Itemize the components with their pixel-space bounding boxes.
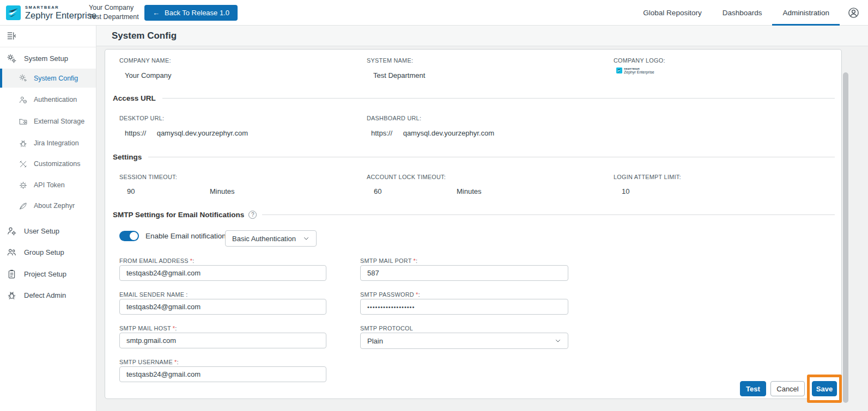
sidebar-label: System Config <box>34 75 78 82</box>
mini-logo-product: Zephyr Enterprise <box>624 70 654 74</box>
sidebar-item-external-storage[interactable]: External Storage <box>0 112 96 131</box>
email-sender-name-input[interactable] <box>119 299 326 315</box>
save-button-highlight: Save <box>807 375 842 403</box>
sidebar-label: Group Setup <box>24 248 64 256</box>
login-attempt-limit-label: LOGIN ATTEMPT LIMIT: <box>614 174 681 180</box>
desktop-url-host: qamysql.dev.yourzephyr.com <box>157 129 248 137</box>
smtp-password-input[interactable] <box>360 299 568 315</box>
nav-administration[interactable]: Administration <box>772 0 840 26</box>
external-storage-icon <box>19 117 28 126</box>
mini-zephyr-logo-icon <box>616 68 622 73</box>
system-setup-icon <box>7 53 17 64</box>
back-button-label: Back To Release 1.0 <box>165 9 229 17</box>
smtp-protocol-label: SMTP PROTOCOL <box>360 325 413 332</box>
api-token-icon <box>19 181 28 190</box>
sidebar-item-about-zephyr[interactable]: About Zephyr <box>0 197 96 215</box>
collapse-sidebar-icon[interactable] <box>6 30 17 41</box>
sidebar-item-api-token[interactable]: API Token <box>0 176 96 194</box>
sidebar-label: User Setup <box>24 227 59 235</box>
sidebar-item-authentication[interactable]: Authentication <box>0 90 96 109</box>
company-context: Your Company Test Department <box>89 3 139 22</box>
nav-dashboards[interactable]: Dashboards <box>712 0 773 26</box>
save-button[interactable]: Save <box>812 381 837 396</box>
smtp-mail-host-input[interactable] <box>119 333 326 348</box>
sidebar-label: Customizations <box>34 160 80 168</box>
top-header: SMARTBEAR Zephyr Enterprise Your Company… <box>0 0 868 26</box>
system-name-value: Test Department <box>373 71 425 79</box>
settings-section-header: Settings <box>113 153 835 161</box>
system-config-icon <box>19 73 28 83</box>
from-email-label: FROM EMAIL ADDRESS*: <box>119 257 195 264</box>
desktop-url-scheme: https:// <box>125 129 146 137</box>
sidebar-collapse-row <box>0 26 96 47</box>
enable-email-label: Enable Email notification <box>145 232 226 240</box>
smtp-protocol-value: Plain <box>367 337 383 345</box>
sidebar-label: External Storage <box>34 118 84 125</box>
authentication-icon <box>19 95 28 105</box>
group-icon <box>7 247 17 257</box>
user-profile-icon[interactable] <box>847 7 860 19</box>
smtp-username-label: SMTP USERNAME*: <box>119 359 179 365</box>
sidebar-label: Authentication <box>34 96 77 103</box>
enable-email-toggle[interactable] <box>119 231 139 241</box>
test-button[interactable]: Test <box>740 381 766 396</box>
smtp-section-header: SMTP Settings for Email Notifications ? <box>113 211 835 219</box>
dashboard-url-scheme: https:// <box>371 129 392 137</box>
nav-global-repository[interactable]: Global Repository <box>633 0 712 26</box>
back-to-release-button[interactable]: ← Back To Release 1.0 <box>144 5 238 21</box>
sidebar-label: Jira Integration <box>34 139 79 147</box>
sidebar-item-system-config[interactable]: System Config <box>0 69 96 88</box>
smtp-protocol-dropdown[interactable]: Plain <box>360 333 568 349</box>
sidebar-item-project-setup[interactable]: Project Setup <box>0 265 96 283</box>
bug-icon <box>19 139 28 148</box>
help-icon[interactable]: ? <box>248 211 257 219</box>
chevron-down-icon <box>303 235 309 242</box>
page-title-bar: System Config <box>96 26 868 46</box>
smtp-section-title: SMTP Settings for Email Notifications <box>113 211 244 219</box>
vertical-scrollbar[interactable] <box>843 72 848 403</box>
brand-text: SMARTBEAR Zephyr Enterprise <box>25 5 96 21</box>
toggle-knob <box>130 232 138 240</box>
top-navigation: Global Repository Dashboards Administrat… <box>633 0 840 26</box>
defect-bug-icon <box>7 290 17 300</box>
sidebar-item-user-setup[interactable]: User Setup <box>0 222 96 240</box>
desktop-url-label: DESKTOP URL: <box>119 115 164 121</box>
sidebar-item-system-setup[interactable]: System Setup <box>0 49 96 68</box>
company-logo-label: COMPANY LOGO: <box>614 57 665 64</box>
auth-method-dropdown[interactable]: Basic Authentication <box>225 230 317 247</box>
smtp-mail-port-input[interactable] <box>360 265 568 281</box>
system-config-card: COMPANY NAME: Your Company SYSTEM NAME: … <box>105 49 842 399</box>
chevron-down-icon <box>555 338 561 344</box>
customizations-icon <box>19 160 28 169</box>
company-name-value: Your Company <box>125 71 172 79</box>
system-name-label: SYSTEM NAME: <box>367 57 413 64</box>
email-sender-name-label: EMAIL SENDER NAME: <box>119 291 188 298</box>
smtp-mail-host-label: SMTP MAIL HOST*: <box>119 325 177 332</box>
sidebar-item-customizations[interactable]: Customizations <box>0 155 96 173</box>
sidebar-item-group-setup[interactable]: Group Setup <box>0 243 96 261</box>
smtp-username-input[interactable] <box>119 366 326 382</box>
cancel-button[interactable]: Cancel <box>770 381 805 396</box>
zephyr-logo: SMARTBEAR Zephyr Enterprise <box>6 5 96 21</box>
company-name-label: COMPANY NAME: <box>119 57 171 64</box>
session-timeout-value: 90 <box>127 187 135 195</box>
user-setup-icon <box>7 226 17 236</box>
account-lock-timeout-label: ACCOUNT LOCK TIMEOUT: <box>367 174 446 180</box>
desktop-url-value: https:// qamysql.dev.yourzephyr.com <box>125 129 248 137</box>
clipboard-icon <box>7 269 17 279</box>
company-name: Your Company <box>89 3 139 13</box>
account-lock-timeout-value: 60 <box>374 187 381 195</box>
session-timeout-unit: Minutes <box>210 187 235 195</box>
app-window: SMARTBEAR Zephyr Enterprise Your Company… <box>0 0 868 411</box>
main-content: System Config COMPANY NAME: Your Company… <box>96 26 868 411</box>
smtp-password-label: SMTP PASSWORD*: <box>360 291 420 298</box>
brand-smartbear: SMARTBEAR <box>25 5 96 10</box>
smtp-mail-port-label: SMTP MAIL PORT*: <box>360 257 417 264</box>
from-email-input[interactable] <box>119 265 326 281</box>
dashboard-url-label: DASHBOARD URL: <box>367 115 421 121</box>
account-lock-timeout-unit: Minutes <box>457 187 482 195</box>
department-name: Test Department <box>89 13 139 22</box>
sidebar-item-jira-integration[interactable]: Jira Integration <box>0 134 96 152</box>
sidebar-label: Defect Admin <box>24 291 66 299</box>
sidebar-item-defect-admin[interactable]: Defect Admin <box>0 286 96 304</box>
